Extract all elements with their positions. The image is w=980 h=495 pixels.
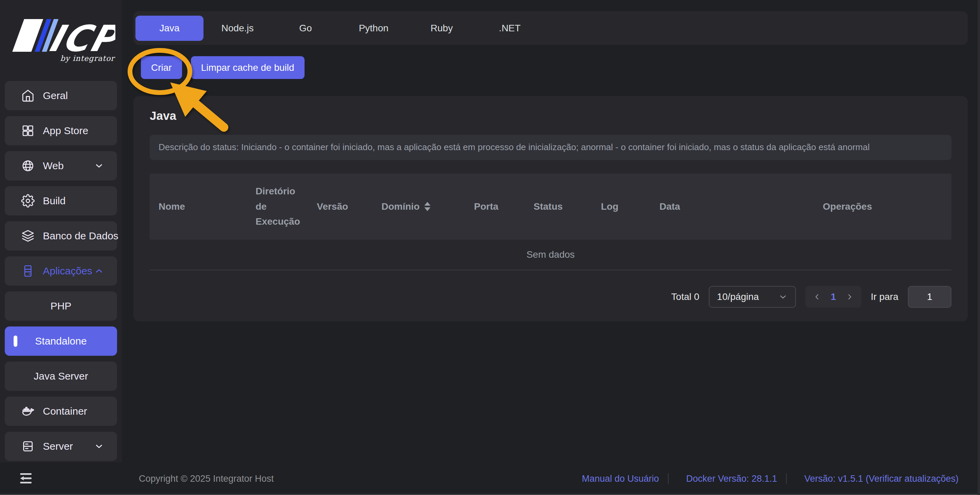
column-log[interactable]: Log	[592, 184, 651, 229]
sidebar: ICP by integrator Geral	[0, 0, 122, 462]
chevron-down-icon	[778, 292, 788, 302]
logo-title-text: ICP	[44, 18, 115, 60]
column-header-label: Status	[533, 199, 563, 215]
column-dominio[interactable]: Domínio	[372, 184, 465, 229]
layers-icon	[21, 229, 35, 243]
sort-icon[interactable]	[424, 202, 430, 211]
server-icon	[21, 439, 35, 453]
sidebar-item-php[interactable]: PHP	[5, 291, 117, 321]
gear-icon	[21, 194, 35, 208]
tab-go[interactable]: Go	[272, 16, 340, 41]
sidebar-item-build[interactable]: Build	[5, 186, 117, 215]
home-icon	[21, 89, 35, 102]
column-header-label: Diretório de Execução	[256, 184, 308, 229]
empty-text: Sem dados	[527, 249, 575, 260]
pagination: Total 0 10/página 1 Ir para	[150, 286, 951, 308]
goto-page-input[interactable]	[908, 286, 951, 308]
sidebar-item-label: Aplicações	[43, 265, 92, 277]
logo: ICP by integrator	[0, 0, 122, 81]
actions-toolbar: Criar Limpar cache de build	[141, 56, 305, 79]
status-description: Descrição do status: Iniciando - o conta…	[150, 135, 951, 160]
footer-link-version[interactable]: Versão: v1.5.1 (Verificar atualizações)	[786, 473, 967, 484]
empty-row: Sem dados	[150, 240, 951, 270]
applications-table: Nome Diretório de Execução Versã	[150, 173, 951, 270]
sidebar-item-server[interactable]: Server	[5, 432, 117, 461]
chevron-up-icon	[94, 266, 104, 276]
sidebar-item-app-store[interactable]: App Store	[5, 116, 117, 145]
table-header-row: Nome Diretório de Execução Versã	[150, 173, 951, 240]
footer: Copyright © 2025 Integrator Host Manual …	[0, 462, 980, 495]
runtime-tab-bar: Java Node.js Go Python Ruby .NET	[134, 11, 968, 45]
clear-build-cache-button[interactable]: Limpar cache de build	[191, 56, 305, 79]
sidebar-item-label: Web	[43, 160, 64, 172]
sidebar-item-aplicacoes[interactable]: Aplicações	[5, 256, 117, 286]
collapse-menu-icon	[18, 471, 33, 485]
active-indicator	[14, 336, 18, 347]
page-size-select[interactable]: 10/página	[709, 286, 796, 308]
page-size-value: 10/página	[717, 291, 759, 302]
create-button[interactable]: Criar	[141, 56, 182, 79]
sidebar-item-standalone[interactable]: Standalone	[5, 326, 117, 356]
total-count: Total 0	[671, 291, 700, 302]
sidebar-item-label: Java Server	[34, 371, 88, 382]
column-header-label: Log	[601, 199, 618, 215]
column-nome[interactable]: Nome	[150, 184, 247, 229]
sidebar-item-java-server[interactable]: Java Server	[5, 361, 117, 391]
sidebar-item-label: PHP	[50, 300, 72, 312]
java-panel: Java Descrição do status: Iniciando - o …	[134, 96, 968, 322]
column-header-label: Data	[659, 199, 680, 215]
tab-dotnet[interactable]: .NET	[476, 16, 544, 41]
sidebar-item-web[interactable]: Web	[5, 151, 117, 180]
tab-nodejs[interactable]: Node.js	[204, 16, 272, 41]
column-header-label: Domínio	[382, 199, 420, 215]
chevron-down-icon	[94, 161, 104, 171]
app-window: ICP by integrator Geral	[0, 0, 980, 495]
icp-logo-graphic: ICP by integrator	[6, 16, 115, 63]
column-diretorio-de-execucao[interactable]: Diretório de Execução	[247, 184, 308, 229]
column-operacoes[interactable]: Operações	[814, 184, 951, 229]
docker-whale-icon	[21, 404, 35, 418]
sidebar-item-label: Build	[43, 195, 66, 207]
column-header-label: Operações	[823, 199, 872, 215]
globe-icon	[21, 159, 35, 173]
prev-page-button[interactable]	[809, 289, 825, 305]
chevron-right-icon	[845, 293, 854, 301]
sidebar-item-label: App Store	[43, 125, 88, 137]
copyright-text: Copyright © 2025 Integrator Host	[139, 474, 274, 484]
sidebar-item-label: Geral	[43, 90, 68, 102]
logo-subtitle-text: by integrator	[60, 54, 115, 63]
column-data[interactable]: Data	[651, 184, 814, 229]
chevron-down-icon	[94, 441, 104, 451]
footer-links: Manual do Usuário Docker Versão: 28.1.1 …	[573, 473, 967, 484]
tab-python[interactable]: Python	[340, 16, 408, 41]
server-rack-icon	[21, 264, 35, 278]
sidebar-item-label: Container	[43, 406, 87, 417]
next-page-button[interactable]	[842, 289, 858, 305]
sidebar-item-label: Standalone	[35, 335, 87, 347]
tab-java[interactable]: Java	[135, 16, 204, 41]
current-page[interactable]: 1	[825, 291, 842, 302]
footer-link-manual[interactable]: Manual do Usuário	[573, 474, 668, 484]
collapse-sidebar-button[interactable]	[18, 471, 33, 485]
scrollbar-track[interactable]	[978, 0, 980, 495]
chevron-left-icon	[813, 293, 821, 301]
sidebar-item-geral[interactable]: Geral	[5, 81, 117, 110]
tab-ruby[interactable]: Ruby	[408, 16, 476, 41]
sidebar-item-container[interactable]: Container	[5, 396, 117, 426]
goto-page-label: Ir para	[871, 291, 898, 302]
sidebar-menu: Geral App Store	[0, 81, 122, 461]
sidebar-item-banco-de-dados[interactable]: Banco de Dados	[5, 221, 117, 251]
column-header-label: Versão	[317, 199, 348, 215]
panel-title: Java	[150, 109, 951, 123]
sidebar-item-label: Server	[43, 441, 73, 452]
app-grid-icon	[21, 124, 35, 137]
column-versao[interactable]: Versão	[308, 184, 372, 229]
column-porta[interactable]: Porta	[465, 184, 525, 229]
column-header-label: Nome	[159, 199, 185, 215]
column-header-label: Porta	[474, 199, 498, 215]
footer-link-docker-version[interactable]: Docker Versão: 28.1.1	[668, 473, 786, 484]
column-status[interactable]: Status	[525, 184, 592, 229]
pager: 1	[805, 286, 861, 308]
sidebar-item-label: Banco de Dados	[43, 230, 118, 242]
